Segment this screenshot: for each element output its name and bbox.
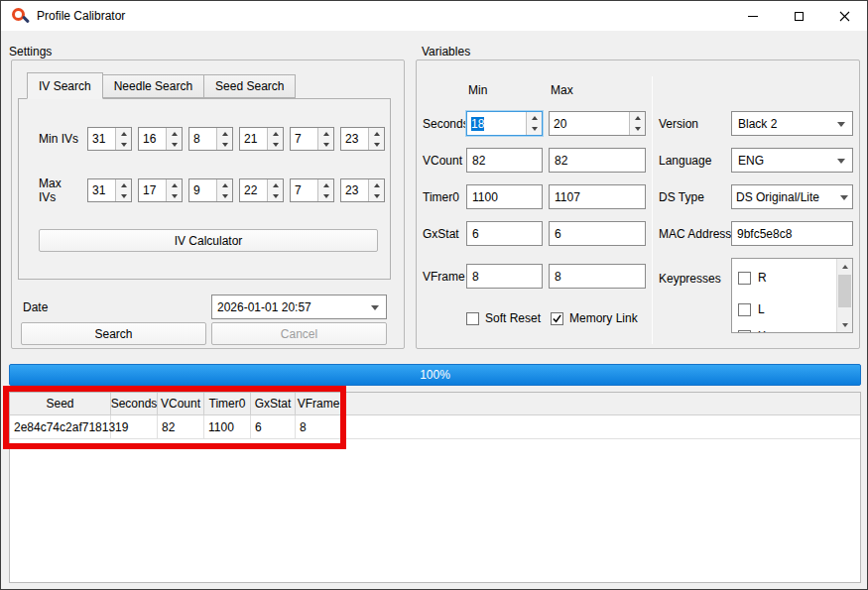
cell-gxstat[interactable]: 6 [251,415,296,438]
min-iv-2-spinbox[interactable]: 8 [188,127,233,151]
keypresses-scrollbar[interactable] [836,259,852,332]
iv-calculator-button[interactable]: IV Calculator [39,229,378,252]
spin-up-icon[interactable] [217,179,232,190]
table-row[interactable]: 2e84c74c2af71813 19 82 1100 6 8 [10,415,860,439]
spin-up-icon[interactable] [167,128,182,139]
vframe-max-field[interactable]: 8 [549,264,646,289]
seconds-min-spinbox[interactable]: 18 [466,111,543,136]
search-button[interactable]: Search [21,322,206,345]
max-iv-4-spinbox[interactable]: 7 [290,178,334,202]
timer0-min-field[interactable]: 1100 [466,184,543,209]
spin-up-icon[interactable] [116,128,131,139]
column-header-vframe[interactable]: VFrame [296,393,342,414]
max-iv-1-spinbox[interactable]: 17 [138,178,183,202]
min-iv-5-spinbox[interactable]: 23 [340,127,385,151]
max-iv-0-spinbox[interactable]: 31 [87,178,132,202]
gxstat-max-field[interactable]: 6 [549,221,646,246]
spin-up-icon[interactable] [217,128,232,139]
min-iv-3-spinbox[interactable]: 21 [239,127,284,151]
vcount-min-field[interactable]: 82 [466,148,543,173]
keypresses-list[interactable]: R L X [731,258,853,333]
spin-down-icon[interactable] [318,190,333,201]
spin-up-icon[interactable] [527,112,542,124]
keypress-item-l[interactable]: L [738,302,765,316]
spin-down-icon[interactable] [630,124,645,136]
spin-up-icon[interactable] [369,128,384,139]
cell-seed[interactable]: 2e84c74c2af71813 [10,415,111,438]
dropdown-arrow-icon[interactable] [371,305,379,310]
results-header-row: Seed Seconds VCount Timer0 GxStat VFrame [10,393,860,415]
seconds-label: Seconds [423,117,469,131]
keypress-l-checkbox[interactable] [738,303,751,316]
spin-up-icon[interactable] [318,128,333,139]
spin-down-icon[interactable] [116,139,131,150]
cell-timer0[interactable]: 1100 [204,415,251,438]
column-header-gxstat[interactable]: GxStat [251,393,296,414]
settings-tabbar: IV Search Needle Search Seed Search [28,72,296,99]
spin-down-icon[interactable] [527,124,542,136]
timer0-max-field[interactable]: 1107 [549,184,646,209]
ds-type-label: DS Type [659,190,704,204]
min-iv-1-spinbox[interactable]: 16 [138,127,183,151]
cell-seconds[interactable]: 19 [111,415,158,438]
soft-reset-checkbox[interactable] [466,312,479,325]
memory-link-checkbox-row[interactable]: Memory Link [551,311,638,325]
mac-address-field[interactable]: 9bfc5e8c8 [731,221,853,246]
cell-vframe[interactable]: 8 [296,415,342,438]
scrollbar-thumb[interactable] [838,275,851,307]
min-iv-4-spinbox[interactable]: 7 [290,127,334,151]
seconds-max-spinbox[interactable]: 20 [549,111,646,136]
spin-down-icon[interactable] [318,139,333,150]
spin-up-icon[interactable] [318,179,333,190]
tab-iv-search[interactable]: IV Search [27,72,103,99]
vcount-label: VCount [423,154,462,168]
scroll-up-icon[interactable] [837,259,852,274]
spin-up-icon[interactable] [167,179,182,190]
max-iv-3-spinbox[interactable]: 22 [239,178,284,202]
spin-down-icon[interactable] [369,190,384,201]
date-time-edit[interactable]: 2026-01-01 20:57 [211,295,387,319]
minimize-button[interactable] [730,1,776,31]
soft-reset-checkbox-row[interactable]: Soft Reset [466,311,541,325]
column-header-vcount[interactable]: VCount [158,393,204,414]
spin-down-icon[interactable] [268,190,283,201]
spin-down-icon[interactable] [167,190,182,201]
vcount-max-field[interactable]: 82 [549,148,646,173]
memory-link-checkbox[interactable] [551,312,563,325]
spin-up-icon[interactable] [268,179,283,190]
timer0-label: Timer0 [423,190,459,204]
cell-vcount[interactable]: 82 [158,415,204,438]
max-iv-5-spinbox[interactable]: 23 [340,178,385,202]
max-iv-2-spinbox[interactable]: 9 [188,178,233,202]
vframe-min-field[interactable]: 8 [466,264,543,289]
spin-down-icon[interactable] [369,139,384,150]
spin-down-icon[interactable] [167,139,182,150]
column-header-timer0[interactable]: Timer0 [204,393,251,414]
min-iv-0-spinbox[interactable]: 31 [87,127,132,151]
tab-needle-search[interactable]: Needle Search [102,74,204,98]
spin-down-icon[interactable] [217,139,232,150]
maximize-button[interactable] [776,1,821,31]
scroll-down-icon[interactable] [837,317,852,332]
column-header-seconds[interactable]: Seconds [111,393,158,414]
tab-seed-search[interactable]: Seed Search [203,74,296,98]
close-button[interactable] [821,1,867,31]
ds-type-combobox[interactable]: DS Original/Lite [731,184,853,209]
column-header-seed[interactable]: Seed [10,393,111,414]
keypress-x-checkbox[interactable] [738,330,751,334]
spin-up-icon[interactable] [116,179,131,190]
spin-up-icon[interactable] [369,179,384,190]
keypress-r-checkbox[interactable] [738,272,751,285]
spin-up-icon[interactable] [630,112,645,124]
spin-up-icon[interactable] [268,128,283,139]
language-combobox[interactable]: ENG [731,148,853,173]
gxstat-min-field[interactable]: 6 [466,221,543,246]
spin-down-icon[interactable] [217,190,232,201]
language-label: Language [659,154,711,168]
keypress-item-r[interactable]: R [738,271,767,285]
profile-calibrator-window: Profile Calibrator Settings IV Search Ne… [0,0,868,590]
keypress-item-x[interactable]: X [738,329,766,333]
spin-down-icon[interactable] [268,139,283,150]
spin-down-icon[interactable] [116,190,131,201]
version-combobox[interactable]: Black 2 [731,111,853,136]
